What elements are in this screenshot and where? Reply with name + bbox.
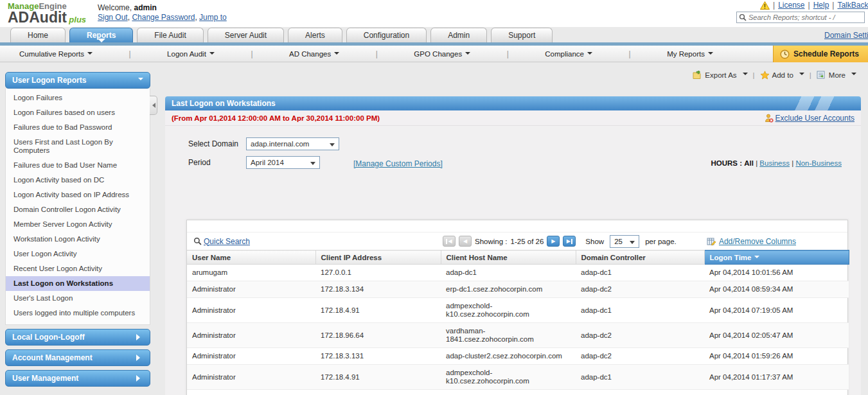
show-label: Show	[585, 238, 604, 245]
sidebar-item-workstation-logon-activity[interactable]: Workstation Logon Activity	[6, 232, 150, 247]
sidebar-collapse-handle[interactable]	[150, 96, 157, 115]
tab-admin[interactable]: Admin	[430, 28, 487, 42]
select-domain-label: Select Domain	[188, 139, 246, 148]
link-change-password[interactable]: Change Password	[132, 13, 195, 22]
tab-reports[interactable]: Reports	[69, 28, 133, 42]
more-button[interactable]: More	[817, 71, 856, 80]
chevron-left-icon	[150, 103, 155, 108]
table-row: arumugam127.0.0.1adap-dc1adap-dc1Apr 04,…	[187, 265, 849, 281]
cell: Administrator	[187, 281, 315, 298]
last-page-button[interactable]: ▶	[563, 236, 576, 247]
link-license[interactable]: License	[778, 1, 804, 10]
warning-icon	[760, 1, 770, 10]
link-help[interactable]: Help	[813, 1, 829, 10]
sidebar-item-logon-failures[interactable]: Logon Failures	[6, 91, 150, 105]
brand-product: ADAudit	[8, 9, 67, 26]
sidebar-section-user-management[interactable]: User Management	[5, 370, 150, 387]
cell: vardhaman-1841.csez.zohocorpin.com	[441, 323, 576, 348]
hours-links: Business | Non-Business	[759, 159, 842, 167]
brand-product-suffix: plus	[69, 15, 86, 24]
add-to-button[interactable]: Add to	[760, 71, 804, 80]
hours-link-non-business[interactable]: Non-Business	[795, 159, 842, 167]
tab-file-audit[interactable]: File Audit	[137, 28, 203, 42]
sidebar-item-logon-activity-based-on-ip-address[interactable]: Logon Activity based on IP Address	[6, 188, 150, 202]
next-page-button[interactable]: ▶	[547, 236, 560, 247]
cell: adap-cluster2.csez.zohocorpin.com	[441, 348, 576, 365]
sidebar-item-list: Logon FailuresLogon Failures based on us…	[5, 89, 150, 325]
sidebar-section-local-logon-logoff[interactable]: Local Logon-Logoff	[5, 329, 150, 346]
bar-glyph	[446, 239, 447, 244]
sidebar-header-user-logon-reports[interactable]: User Logon Reports	[5, 72, 150, 89]
menu-gpo-changes[interactable]: GPO Changes	[414, 50, 470, 58]
hours-link-business[interactable]: Business	[759, 159, 790, 167]
column-header-user-name[interactable]: User Name	[187, 250, 315, 265]
add-remove-columns-button[interactable]: Add/Remove Columns	[707, 237, 796, 246]
menu-my-reports[interactable]: My Reports	[667, 50, 713, 58]
sidebar-item-failures-due-to-bad-password[interactable]: Failures due to Bad Password	[6, 120, 150, 135]
sort-descending-icon	[754, 256, 759, 261]
menu-compliance[interactable]: Compliance	[545, 50, 592, 58]
link-jump-to[interactable]: Jump to	[199, 13, 227, 22]
menu-ad-changes[interactable]: AD Changes	[289, 50, 339, 58]
cell: Administrator	[187, 390, 315, 395]
add-to-label: Add to	[772, 71, 793, 79]
search-input[interactable]	[748, 12, 863, 22]
domain-form-row: Select Domain adap.internal.com	[188, 137, 339, 150]
search-icon	[193, 237, 202, 245]
sidebar-item-users-first-and-last-logon-by-computers[interactable]: Users First and Last Logon By Computers	[6, 135, 150, 158]
separator: |	[790, 159, 795, 167]
column-header-logon-time[interactable]: Logon Time	[704, 250, 849, 265]
link-talkback[interactable]: TalkBack	[837, 1, 868, 10]
sidebar-item-user-s-last-logon[interactable]: User's Last Logon	[6, 291, 150, 306]
tab-alerts[interactable]: Alerts	[288, 28, 342, 42]
cell: adap-dc2	[576, 323, 704, 348]
column-header-domain-controller[interactable]: Domain Controller	[576, 250, 704, 265]
sidebar-item-last-logon-on-workstations[interactable]: Last Logon on Workstations	[6, 276, 150, 291]
sidebar-section-account-management[interactable]: Account Management	[5, 349, 150, 366]
exclude-user-accounts-link[interactable]: Exclude User Accounts	[765, 114, 855, 123]
session-links: Sign Out, Change Password, Jump to	[98, 13, 227, 22]
report-panel: Last Logon on Workstations (From Apr 01,…	[165, 96, 861, 395]
domain-settings-link[interactable]: Domain Settings	[824, 31, 868, 40]
report-title-bar: Last Logon on Workstations	[165, 96, 861, 110]
sidebar-item-user-logon-activity[interactable]: User Logon Activity	[6, 247, 150, 261]
column-header-client-host-name[interactable]: Client Host Name	[441, 250, 576, 265]
cell: adap-dc1	[576, 390, 704, 395]
column-header-client-ip-address[interactable]: Client IP Address	[315, 250, 441, 265]
menu-cumulative-reports[interactable]: Cumulative Reports	[19, 50, 93, 58]
sidebar-item-domain-controller-logon-activity[interactable]: Domain Controller Logon Activity	[6, 202, 150, 217]
tab-server-audit[interactable]: Server Audit	[208, 28, 284, 42]
tab-configuration[interactable]: Configuration	[346, 28, 427, 42]
first-page-button[interactable]: ◀	[443, 236, 456, 247]
cell: adap-dc1	[441, 265, 576, 281]
app-header: ManageEngine ADAudit plus Welcome, admin…	[0, 0, 868, 27]
cell: Administrator	[187, 365, 315, 390]
page-size-value: 25	[614, 238, 623, 245]
sidebar-item-logon-failures-based-on-users[interactable]: Logon Failures based on users	[6, 105, 150, 120]
showing-label: Showing :	[475, 238, 508, 245]
cell: 127.0.0.1	[315, 265, 441, 281]
link-sign-out[interactable]: Sign Out	[98, 13, 128, 22]
previous-page-button[interactable]: ◀	[459, 236, 472, 247]
page-size-select[interactable]: 25	[610, 235, 639, 248]
sidebar-item-users-logged-into-multiple-computers[interactable]: Users logged into multiple computers	[6, 306, 150, 320]
domain-select[interactable]: adap.internal.com	[246, 137, 339, 150]
manage-custom-periods-link[interactable]: [Manage Custom Periods]	[353, 159, 443, 168]
pager: ◀ ◀ Showing : 1-25 of 26 ▶ ▶ Show 25 per…	[443, 235, 677, 248]
quick-search-button[interactable]: Quick Search	[193, 237, 250, 246]
cell: Administrator	[187, 298, 315, 323]
tab-support[interactable]: Support	[491, 28, 553, 42]
schedule-reports-button[interactable]: Schedule Reports	[773, 46, 868, 62]
schedule-reports-label: Schedule Reports	[793, 49, 859, 58]
app-logo: ManageEngine ADAudit plus	[8, 2, 86, 24]
sidebar-item-recent-user-logon-activity[interactable]: Recent User Logon Activity	[6, 261, 150, 276]
menu-logon-audit[interactable]: Logon Audit	[167, 50, 215, 58]
star-icon	[760, 71, 770, 80]
export-as-button[interactable]: Export As	[693, 71, 747, 80]
period-select[interactable]: April 2014	[246, 156, 320, 169]
sidebar-item-logon-activity-based-on-dc[interactable]: Logon Activity based on DC	[6, 173, 150, 188]
sidebar-item-member-server-logon-activity[interactable]: Member Server Logon Activity	[6, 217, 150, 232]
sidebar-item-failures-due-to-bad-user-name[interactable]: Failures due to Bad User Name	[6, 158, 150, 173]
hours-all: All	[744, 159, 754, 167]
tab-home[interactable]: Home	[10, 28, 66, 42]
